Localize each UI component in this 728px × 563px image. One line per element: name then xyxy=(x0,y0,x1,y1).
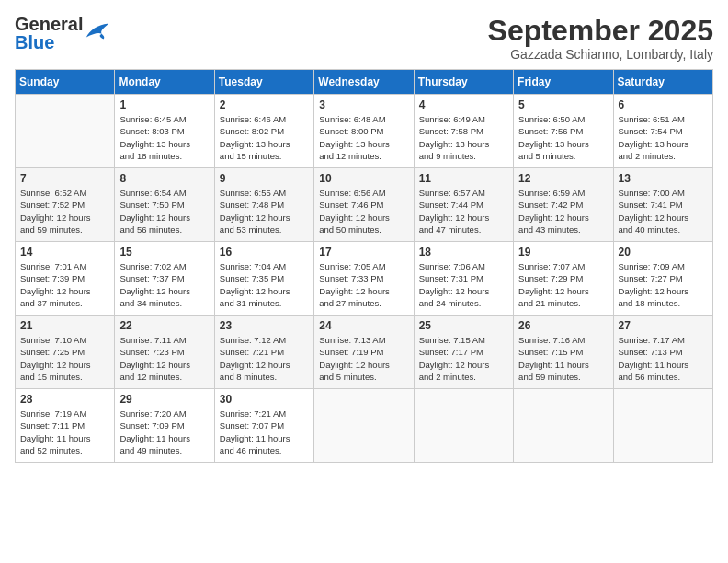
day-info: Sunrise: 7:19 AM Sunset: 7:11 PM Dayligh… xyxy=(20,408,109,456)
col-header-monday: Monday xyxy=(115,70,214,95)
week-row-4: 21Sunrise: 7:10 AM Sunset: 7:25 PM Dayli… xyxy=(16,316,713,389)
day-info: Sunrise: 6:54 AM Sunset: 7:50 PM Dayligh… xyxy=(119,187,209,236)
day-cell: 30Sunrise: 7:21 AM Sunset: 7:07 PM Dayli… xyxy=(214,389,313,463)
day-number: 4 xyxy=(419,98,508,111)
day-number: 16 xyxy=(220,246,309,259)
day-cell xyxy=(314,389,414,463)
day-number: 10 xyxy=(319,172,408,185)
day-cell: 22Sunrise: 7:11 AM Sunset: 7:23 PM Dayli… xyxy=(115,316,214,389)
day-cell: 21Sunrise: 7:10 AM Sunset: 7:25 PM Dayli… xyxy=(16,316,115,389)
day-cell: 12Sunrise: 6:59 AM Sunset: 7:42 PM Dayli… xyxy=(514,168,613,242)
title-block: September 2025 Gazzada Schianno, Lombard… xyxy=(488,15,713,62)
logo-blue-text: Blue xyxy=(15,33,83,52)
day-number: 11 xyxy=(419,172,508,185)
day-number: 15 xyxy=(119,246,209,259)
day-cell: 1Sunrise: 6:45 AM Sunset: 8:03 PM Daylig… xyxy=(115,95,214,168)
col-header-sunday: Sunday xyxy=(16,70,115,95)
day-number: 24 xyxy=(319,319,408,332)
day-number: 1 xyxy=(119,98,209,111)
page-header: General Blue September 2025 Gazzada Schi… xyxy=(15,15,713,62)
day-info: Sunrise: 6:52 AM Sunset: 7:52 PM Dayligh… xyxy=(20,187,109,236)
day-info: Sunrise: 7:12 AM Sunset: 7:21 PM Dayligh… xyxy=(220,334,309,383)
day-cell xyxy=(514,389,613,463)
day-info: Sunrise: 6:45 AM Sunset: 8:03 PM Dayligh… xyxy=(119,113,209,162)
day-cell: 20Sunrise: 7:09 AM Sunset: 7:27 PM Dayli… xyxy=(613,242,712,316)
day-number: 19 xyxy=(518,246,608,259)
day-cell: 13Sunrise: 7:00 AM Sunset: 7:41 PM Dayli… xyxy=(613,168,712,242)
day-cell: 29Sunrise: 7:20 AM Sunset: 7:09 PM Dayli… xyxy=(115,389,214,463)
day-number: 30 xyxy=(220,393,309,406)
day-info: Sunrise: 6:57 AM Sunset: 7:44 PM Dayligh… xyxy=(419,187,508,236)
day-cell: 14Sunrise: 7:01 AM Sunset: 7:39 PM Dayli… xyxy=(16,242,115,316)
day-number: 26 xyxy=(518,319,608,332)
day-info: Sunrise: 7:06 AM Sunset: 7:31 PM Dayligh… xyxy=(419,260,508,309)
day-cell: 28Sunrise: 7:19 AM Sunset: 7:11 PM Dayli… xyxy=(16,389,115,463)
day-cell: 6Sunrise: 6:51 AM Sunset: 7:54 PM Daylig… xyxy=(613,95,712,168)
day-info: Sunrise: 6:55 AM Sunset: 7:48 PM Dayligh… xyxy=(220,187,309,236)
day-number: 22 xyxy=(119,319,209,332)
day-cell: 9Sunrise: 6:55 AM Sunset: 7:48 PM Daylig… xyxy=(214,168,313,242)
day-cell: 11Sunrise: 6:57 AM Sunset: 7:44 PM Dayli… xyxy=(414,168,513,242)
day-cell: 27Sunrise: 7:17 AM Sunset: 7:13 PM Dayli… xyxy=(613,316,712,389)
logo-general-text: General xyxy=(15,15,83,33)
day-number: 23 xyxy=(220,319,309,332)
day-info: Sunrise: 6:51 AM Sunset: 7:54 PM Dayligh… xyxy=(619,113,708,162)
day-number: 25 xyxy=(419,319,508,332)
day-number: 29 xyxy=(119,393,209,406)
day-cell xyxy=(414,389,513,463)
col-header-friday: Friday xyxy=(514,70,613,95)
calendar-table: SundayMondayTuesdayWednesdayThursdayFrid… xyxy=(15,69,713,463)
day-info: Sunrise: 7:15 AM Sunset: 7:17 PM Dayligh… xyxy=(419,334,508,383)
day-cell xyxy=(16,95,115,168)
day-number: 20 xyxy=(619,246,708,259)
day-info: Sunrise: 6:56 AM Sunset: 7:46 PM Dayligh… xyxy=(319,187,408,236)
col-header-wednesday: Wednesday xyxy=(314,70,414,95)
day-cell: 23Sunrise: 7:12 AM Sunset: 7:21 PM Dayli… xyxy=(214,316,313,389)
day-cell: 8Sunrise: 6:54 AM Sunset: 7:50 PM Daylig… xyxy=(115,168,214,242)
day-number: 5 xyxy=(518,98,608,111)
day-cell: 10Sunrise: 6:56 AM Sunset: 7:46 PM Dayli… xyxy=(314,168,414,242)
day-cell: 5Sunrise: 6:50 AM Sunset: 7:56 PM Daylig… xyxy=(514,95,613,168)
week-row-1: 1Sunrise: 6:45 AM Sunset: 8:03 PM Daylig… xyxy=(16,95,713,168)
header-row: SundayMondayTuesdayWednesdayThursdayFrid… xyxy=(16,70,713,95)
day-info: Sunrise: 6:48 AM Sunset: 8:00 PM Dayligh… xyxy=(319,113,408,162)
day-number: 9 xyxy=(220,172,309,185)
col-header-thursday: Thursday xyxy=(414,70,513,95)
week-row-2: 7Sunrise: 6:52 AM Sunset: 7:52 PM Daylig… xyxy=(16,168,713,242)
logo-bird-icon xyxy=(85,21,110,41)
day-cell: 7Sunrise: 6:52 AM Sunset: 7:52 PM Daylig… xyxy=(16,168,115,242)
location-text: Gazzada Schianno, Lombardy, Italy xyxy=(488,47,713,62)
day-number: 14 xyxy=(20,246,109,259)
day-cell xyxy=(613,389,712,463)
day-info: Sunrise: 7:01 AM Sunset: 7:39 PM Dayligh… xyxy=(20,260,109,309)
day-info: Sunrise: 7:05 AM Sunset: 7:33 PM Dayligh… xyxy=(319,260,408,309)
day-info: Sunrise: 7:20 AM Sunset: 7:09 PM Dayligh… xyxy=(119,408,209,456)
day-number: 28 xyxy=(20,393,109,406)
day-info: Sunrise: 7:02 AM Sunset: 7:37 PM Dayligh… xyxy=(119,260,209,309)
day-number: 27 xyxy=(619,319,708,332)
day-info: Sunrise: 6:49 AM Sunset: 7:58 PM Dayligh… xyxy=(419,113,508,162)
month-title: September 2025 xyxy=(488,15,713,47)
day-info: Sunrise: 7:21 AM Sunset: 7:07 PM Dayligh… xyxy=(220,408,309,456)
day-cell: 18Sunrise: 7:06 AM Sunset: 7:31 PM Dayli… xyxy=(414,242,513,316)
day-number: 21 xyxy=(20,319,109,332)
day-info: Sunrise: 6:46 AM Sunset: 8:02 PM Dayligh… xyxy=(220,113,309,162)
day-number: 8 xyxy=(119,172,209,185)
day-cell: 16Sunrise: 7:04 AM Sunset: 7:35 PM Dayli… xyxy=(214,242,313,316)
day-info: Sunrise: 7:11 AM Sunset: 7:23 PM Dayligh… xyxy=(119,334,209,383)
day-number: 12 xyxy=(518,172,608,185)
day-cell: 24Sunrise: 7:13 AM Sunset: 7:19 PM Dayli… xyxy=(314,316,414,389)
day-info: Sunrise: 7:17 AM Sunset: 7:13 PM Dayligh… xyxy=(619,334,708,383)
day-cell: 2Sunrise: 6:46 AM Sunset: 8:02 PM Daylig… xyxy=(214,95,313,168)
col-header-saturday: Saturday xyxy=(613,70,712,95)
day-cell: 25Sunrise: 7:15 AM Sunset: 7:17 PM Dayli… xyxy=(414,316,513,389)
logo: General Blue xyxy=(15,15,110,52)
day-number: 3 xyxy=(319,98,408,111)
day-cell: 3Sunrise: 6:48 AM Sunset: 8:00 PM Daylig… xyxy=(314,95,414,168)
day-info: Sunrise: 7:13 AM Sunset: 7:19 PM Dayligh… xyxy=(319,334,408,383)
day-info: Sunrise: 7:04 AM Sunset: 7:35 PM Dayligh… xyxy=(220,260,309,309)
week-row-3: 14Sunrise: 7:01 AM Sunset: 7:39 PM Dayli… xyxy=(16,242,713,316)
day-info: Sunrise: 7:00 AM Sunset: 7:41 PM Dayligh… xyxy=(619,187,708,236)
day-number: 7 xyxy=(20,172,109,185)
day-cell: 26Sunrise: 7:16 AM Sunset: 7:15 PM Dayli… xyxy=(514,316,613,389)
